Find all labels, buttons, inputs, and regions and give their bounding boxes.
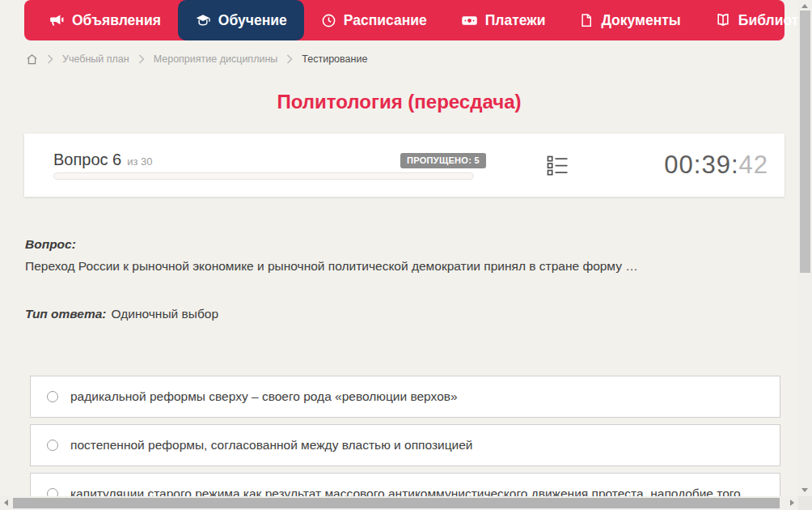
- timer-main: 00:39:: [664, 151, 738, 179]
- timer-seconds: 42: [739, 151, 768, 179]
- horizontal-scrollbar-thumb[interactable]: [13, 498, 780, 508]
- document-icon: [579, 13, 594, 28]
- chevron-right-icon: [138, 54, 145, 64]
- banknote-icon: [461, 12, 478, 29]
- question-text: Переход России к рыночной экономике и ры…: [25, 257, 777, 275]
- book-icon: [715, 12, 731, 28]
- answer-option-label: радикальной реформы сверху – своего рода…: [70, 389, 458, 404]
- answer-option-1[interactable]: радикальной реформы сверху – своего рода…: [30, 376, 780, 418]
- nav-item-announcements[interactable]: Объявления: [32, 0, 178, 40]
- list-icon: [547, 165, 569, 179]
- answer-type-value: Одиночный выбор: [112, 307, 219, 321]
- graduation-cap-icon: [195, 12, 211, 28]
- nav-item-library[interactable]: Библиотека ˅: [698, 0, 812, 40]
- question-counter: Вопрос 6из 30: [53, 151, 153, 169]
- question-label: Вопрос:: [25, 237, 76, 252]
- nav-item-label: Документы: [601, 12, 680, 29]
- scroll-left-arrow[interactable]: [4, 499, 8, 506]
- radio-icon[interactable]: [47, 391, 58, 402]
- nav-item-label: Платежи: [485, 12, 546, 29]
- megaphone-icon: [49, 13, 65, 28]
- question-number: Вопрос 6: [53, 151, 121, 168]
- page-title: Политология (пересдача): [0, 91, 798, 113]
- question-total: из 30: [127, 155, 152, 168]
- chevron-right-icon: [47, 54, 53, 64]
- chevron-right-icon: [286, 54, 293, 64]
- answer-options: радикальной реформы сверху – своего рода…: [30, 376, 780, 510]
- breadcrumb: Учебный план Мероприятие дисциплины Тест…: [26, 51, 367, 67]
- nav-item-label: Расписание: [344, 12, 427, 29]
- answer-type-label: Тип ответа:: [25, 307, 107, 321]
- nav-item-schedule[interactable]: Расписание: [304, 0, 444, 40]
- clock-icon: [321, 13, 336, 28]
- breadcrumb-item-curriculum[interactable]: Учебный план: [62, 53, 129, 65]
- question-list-button[interactable]: [547, 155, 569, 180]
- scroll-down-arrow[interactable]: [801, 488, 808, 492]
- home-icon[interactable]: [26, 53, 38, 66]
- nav-item-label: Объявления: [72, 12, 161, 29]
- skipped-badge: ПРОПУЩЕНО: 5: [400, 153, 486, 168]
- scroll-up-arrow[interactable]: [801, 4, 808, 8]
- nav-item-documents[interactable]: Документы: [562, 0, 697, 40]
- breadcrumb-item-discipline-event[interactable]: Мероприятие дисциплины: [154, 53, 278, 65]
- vertical-scrollbar-thumb[interactable]: [800, 11, 810, 273]
- answer-type-row: Тип ответа:Одиночный выбор: [25, 307, 218, 321]
- main-nav: Объявления Обучение Расписание Платежи Д…: [24, 0, 785, 40]
- nav-item-payments[interactable]: Платежи: [444, 0, 563, 40]
- scrollbar-corner: [798, 496, 812, 510]
- answer-option-2[interactable]: постепенной реформы, согласованной между…: [30, 424, 780, 466]
- scroll-right-arrow[interactable]: [790, 499, 794, 506]
- nav-item-label: Обучение: [218, 12, 287, 29]
- horizontal-scrollbar: [0, 496, 798, 510]
- breadcrumb-item-testing: Тестирование: [302, 53, 367, 65]
- vertical-scrollbar: [798, 0, 812, 496]
- radio-icon[interactable]: [47, 440, 58, 451]
- question-panel: Вопрос 6из 30 ПРОПУЩЕНО: 5 00:39:42: [24, 134, 785, 197]
- answer-option-label: постепенной реформы, согласованной между…: [70, 438, 473, 453]
- progress-bar: [53, 172, 474, 180]
- nav-item-education[interactable]: Обучение: [178, 0, 304, 40]
- timer: 00:39:42: [664, 151, 768, 180]
